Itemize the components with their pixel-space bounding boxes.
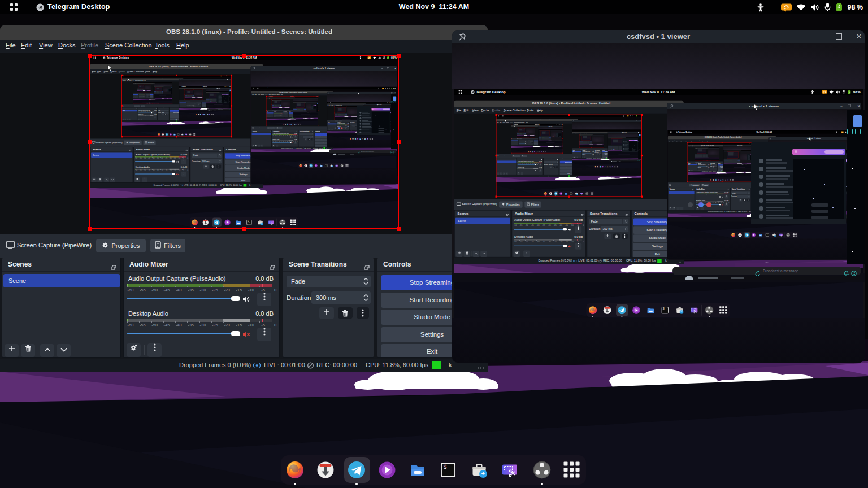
- svg-text:$_: $_: [663, 307, 666, 310]
- svg-text:$_: $_: [444, 464, 451, 470]
